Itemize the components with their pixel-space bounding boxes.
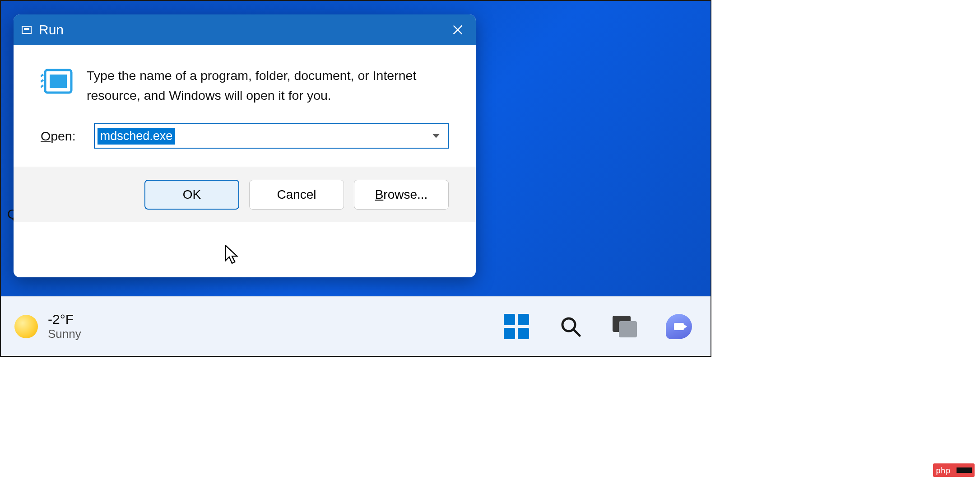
cancel-button[interactable]: Cancel <box>249 180 344 210</box>
task-view-button[interactable] <box>611 313 638 340</box>
open-label: Open: <box>41 129 76 144</box>
button-row: OK Cancel Browse... <box>14 167 476 222</box>
chevron-down-icon[interactable] <box>432 134 440 138</box>
cursor-icon <box>225 245 239 265</box>
close-icon <box>451 23 464 36</box>
open-row: Open: mdsched.exe <box>14 123 476 167</box>
run-dialog-icon <box>41 68 73 95</box>
open-input[interactable]: mdsched.exe <box>94 123 449 149</box>
windows-logo-icon <box>504 314 529 339</box>
window-title: Run <box>39 22 64 37</box>
search-button[interactable] <box>557 313 584 340</box>
weather-widget[interactable]: -2°F Sunny <box>14 312 81 341</box>
task-view-icon <box>613 316 637 337</box>
close-button[interactable] <box>442 14 473 45</box>
dialog-description: Type the name of a program, folder, docu… <box>87 65 449 105</box>
run-dialog: Run Type the name of a program, folder, … <box>14 14 476 277</box>
watermark-badge: php <box>933 463 975 477</box>
browse-button[interactable]: Browse... <box>354 180 449 210</box>
search-icon <box>560 316 581 337</box>
dialog-body: Type the name of a program, folder, docu… <box>14 45 476 123</box>
weather-condition: Sunny <box>48 327 81 341</box>
weather-temperature: -2°F <box>48 312 81 327</box>
chat-icon <box>666 314 692 339</box>
titlebar[interactable]: Run <box>14 14 476 45</box>
taskbar[interactable]: -2°F Sunny <box>1 296 711 356</box>
start-button[interactable] <box>503 313 530 340</box>
sun-icon <box>14 315 38 338</box>
svg-line-3 <box>574 330 580 336</box>
svg-rect-1 <box>50 75 67 88</box>
taskbar-icons <box>503 313 697 340</box>
ok-button[interactable]: OK <box>144 180 239 210</box>
run-icon <box>22 26 32 34</box>
open-input-value: mdsched.exe <box>98 128 176 145</box>
chat-button[interactable] <box>665 313 692 340</box>
